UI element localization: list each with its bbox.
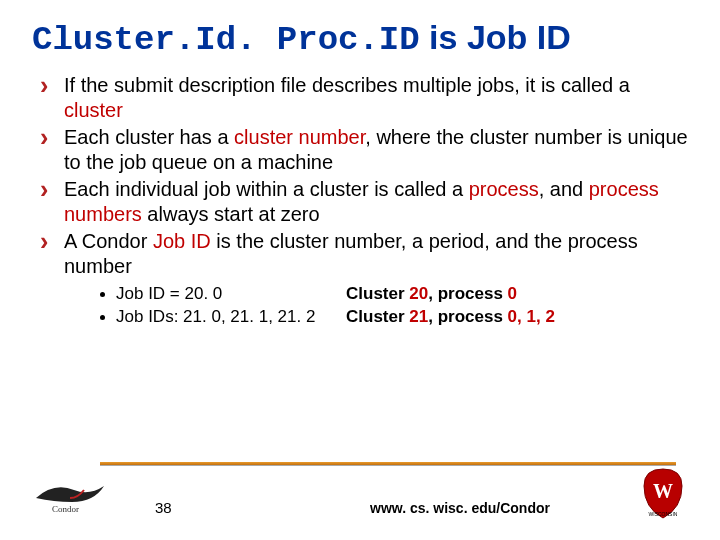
text: always start at zero [142,203,320,225]
slide-title: Cluster.Id. Proc.ID is Job ID [32,18,688,59]
sub-right: Cluster 21, process 0, 1, 2 [346,306,688,329]
text: Each individual job within a cluster is … [64,178,469,200]
title-mono: Cluster.Id. Proc.ID [32,21,420,59]
bullet-list: If the submit description file describes… [32,73,688,329]
footer: Condor 38 www. cs. wisc. edu/Condor W WI… [0,462,720,522]
text-red: 20 [409,284,428,303]
text: A Condor [64,230,153,252]
condor-logo: Condor [34,476,112,514]
bullet-2: Each cluster has a cluster number, where… [38,125,688,175]
footer-url: www. cs. wisc. edu/Condor [370,500,550,516]
sub-left: Job IDs: 21. 0, 21. 1, 21. 2 [116,306,346,329]
bullet-4: A Condor Job ID is the cluster number, a… [38,229,688,329]
wisconsin-logo: W WISCONSIN [636,466,690,520]
sub-left: Job ID = 20. 0 [116,283,346,306]
text-red: process [469,178,539,200]
wisconsin-crest-icon: W WISCONSIN [636,466,690,520]
text: , process [428,284,507,303]
slide-body: Cluster.Id. Proc.ID is Job ID If the sub… [0,0,720,329]
text-red: cluster [64,99,123,121]
sub-item-1: Job ID = 20. 0 Cluster 20, process 0 [100,283,688,306]
text-red: 0, 1, 2 [508,307,555,326]
text: Cluster [346,307,409,326]
svg-text:WISCONSIN: WISCONSIN [649,511,678,517]
text: , process [428,307,507,326]
text: Each cluster has a [64,126,234,148]
text-red: 0 [508,284,517,303]
sub-item-2: Job IDs: 21. 0, 21. 1, 21. 2 Cluster 21,… [100,306,688,329]
text: Cluster [346,284,409,303]
svg-text:W: W [653,480,673,502]
title-rest: is Job ID [420,18,571,56]
bullet-1: If the submit description file describes… [38,73,688,123]
condor-bird-icon: Condor [34,476,112,514]
bullet-3: Each individual job within a cluster is … [38,177,688,227]
sub-list: Job ID = 20. 0 Cluster 20, process 0 Job… [64,283,688,329]
svg-text:Condor: Condor [52,504,79,514]
text-red: 21 [409,307,428,326]
text-red: cluster number [234,126,365,148]
page-number: 38 [155,499,172,516]
text: , and [539,178,589,200]
text: If the submit description file describes… [64,74,630,96]
footer-divider [100,462,676,465]
sub-right: Cluster 20, process 0 [346,283,688,306]
text-red: Job ID [153,230,211,252]
